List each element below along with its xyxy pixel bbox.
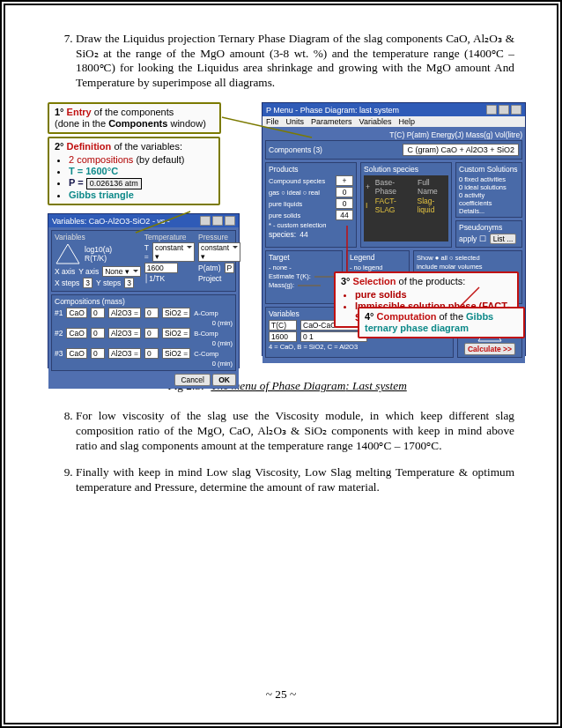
xsteps-input[interactable]: 3 [83, 278, 92, 288]
doc-item-7: Draw the Liquidus projection Ternary Pha… [76, 32, 514, 90]
window-title: P Menu - Phase Diagram: last system [266, 106, 399, 115]
page-number: ~ 25 ~ [5, 687, 557, 702]
press-input[interactable]: P [225, 263, 235, 273]
svg-marker-0 [56, 244, 79, 264]
figure-phase-diagram: Variables: CaO-Al2O3-SiO2 - vs - Variabl… [48, 102, 527, 368]
window-title: Variables: CaO-Al2O3-SiO2 - vs - [52, 217, 170, 226]
menubar[interactable]: File Units Parameters Variables Help [263, 116, 525, 127]
pressure-value: 0.026136 atm [86, 178, 142, 189]
sio2-input[interactable]: SiO2 = [162, 348, 190, 359]
al2o3-input[interactable]: Al2O3 = [108, 348, 141, 359]
triangle-icon [55, 242, 81, 265]
min-icon[interactable] [200, 216, 211, 226]
min-icon[interactable] [486, 105, 497, 115]
callout-entry: 1° Entry of the components (done in the … [48, 102, 221, 134]
window-variables[interactable]: Variables: CaO-Al2O3-SiO2 - vs - Variabl… [48, 213, 240, 368]
group-label: Variables [55, 233, 141, 241]
sio2-input[interactable]: SiO2 = [162, 308, 190, 318]
temp-input[interactable]: 1600 [144, 263, 178, 273]
max-icon[interactable] [499, 105, 509, 115]
ysteps-input[interactable]: 3 [124, 278, 134, 288]
press-mode-select[interactable]: constant ▾ [198, 242, 240, 262]
temp-mode-select[interactable]: constant ▾ [152, 242, 195, 262]
close-icon[interactable] [225, 216, 235, 226]
close-icon[interactable] [511, 105, 521, 115]
list-button[interactable]: List ... [490, 234, 517, 244]
calculate-button[interactable]: Calculate >> [464, 343, 515, 355]
doc-item-8: For low viscosity of the slag use the Vi… [76, 409, 514, 453]
axis-select[interactable]: None ▾ [102, 266, 141, 277]
cancel-button[interactable]: Cancel [174, 374, 210, 386]
cao-input[interactable]: CaO [66, 348, 86, 359]
cao-input[interactable]: CaO [66, 328, 86, 338]
al2o3-input[interactable]: Al2O3 = [108, 308, 141, 318]
doc-item-9: Finally with keep in mind Low slag Visco… [76, 465, 514, 494]
sio2-input[interactable]: SiO2 = [162, 328, 190, 338]
components-field[interactable]: C (gram) CaO + Al2O3 + SiO2 [403, 144, 519, 156]
al2o3-input[interactable]: Al2O3 = [108, 328, 141, 338]
callout-definition: 2° Definition of the variables: 2 compos… [48, 137, 220, 204]
table-row[interactable]: I [366, 201, 372, 210]
max-icon[interactable] [212, 216, 223, 226]
callout-computation: 4° Computation of the Gibbs ternary phas… [358, 307, 525, 338]
cao-input[interactable]: CaO [66, 308, 86, 318]
ok-button[interactable]: OK [212, 374, 236, 386]
